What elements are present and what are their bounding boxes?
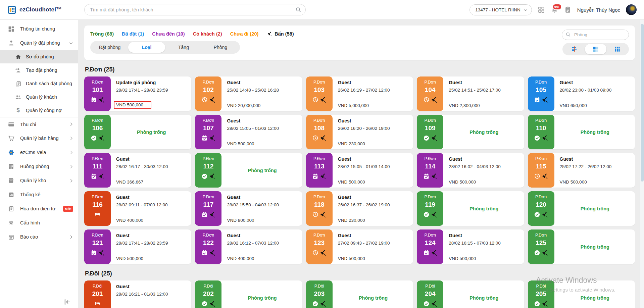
tasks-clipboard-icon[interactable] bbox=[564, 6, 572, 13]
sidebar-item-label: Buồng phòng bbox=[20, 164, 49, 169]
sidebar-item-quan-ly-dat-phong[interactable]: Quản lý đặt phòng bbox=[0, 36, 78, 50]
booking-search-input[interactable] bbox=[84, 4, 306, 15]
room-card-118[interactable]: P.Đơn 118 bbox=[306, 191, 413, 226]
sidebar-item-quan-ly-cong-no[interactable]: $ Quản lý công nợ bbox=[0, 104, 78, 117]
filter-trong[interactable]: Trống (68) bbox=[90, 31, 114, 37]
sidebar-item-thong-tin-chung[interactable]: Thông tin chung bbox=[0, 22, 78, 36]
sidebar-item-label: Báo cáo bbox=[20, 234, 38, 240]
calendar-check-icon bbox=[201, 250, 208, 256]
room-card-113[interactable]: P.Đơn 113 bbox=[306, 153, 413, 188]
booking-search[interactable] bbox=[84, 4, 306, 15]
calendar-check-icon bbox=[91, 250, 97, 256]
room-booking-info: Guest 28/02 15:05 - 01/03 14:00 VND 500,… bbox=[338, 156, 408, 185]
filter-panel-right bbox=[562, 30, 629, 55]
room-card-201[interactable]: P.Đôi 201 bbox=[84, 280, 191, 308]
grid-view-icon[interactable] bbox=[606, 44, 628, 54]
empty-room-label: Phòng trống bbox=[581, 206, 609, 211]
clock-history-icon bbox=[312, 97, 318, 103]
room-body: Update giá phòng 28/02 17:41 - 28/02 23:… bbox=[111, 76, 191, 111]
room-card-204[interactable]: P.Đôi 204 bbox=[417, 280, 524, 308]
room-card-103[interactable]: P.Đơn 103 bbox=[306, 76, 413, 111]
tab-phong[interactable]: Phòng bbox=[202, 42, 239, 53]
room-card-106[interactable]: P.Đơn 106 bbox=[84, 115, 191, 149]
room-card-203[interactable]: P.Đôi 203 bbox=[306, 280, 413, 308]
room-card-101[interactable]: P.Đơn 101 bbox=[84, 76, 191, 111]
apps-grid-icon[interactable] bbox=[538, 6, 545, 13]
filter-chua-den[interactable]: Chưa đến (10) bbox=[152, 31, 185, 37]
tab-tang[interactable]: Tầng bbox=[165, 42, 202, 53]
filter-ban[interactable]: Bẩn (58) bbox=[266, 31, 294, 37]
tab-loai[interactable]: Loại bbox=[128, 42, 165, 53]
room-number: 104 bbox=[425, 86, 436, 94]
sidebar: Thông tin chung Quản lý đặt phòng Sơ đồ … bbox=[0, 20, 78, 308]
filter-co-khach[interactable]: Có khách (2) bbox=[193, 31, 222, 37]
room-card-125[interactable]: P.Đơn 125 bbox=[528, 229, 635, 264]
room-card-105[interactable]: P.Đơn 105 bbox=[528, 76, 635, 111]
broom-icon bbox=[208, 134, 215, 142]
room-type-label: P.Đơn bbox=[313, 233, 325, 238]
room-card-110[interactable]: P.Đơn 110 bbox=[528, 115, 635, 149]
sidebar-item-quan-ly-ban-hang[interactable]: Quản lý bán hàng bbox=[0, 131, 78, 145]
room-card-122[interactable]: P.Đơn 122 bbox=[195, 229, 302, 264]
room-grid: P.Đơn 101 bbox=[84, 76, 635, 264]
topbar: ezCloudhotel™ 13477 - HOTEL RIINN 99+ bbox=[0, 0, 644, 20]
notifications-bell-icon[interactable]: 99+ bbox=[551, 6, 558, 14]
hotel-selector[interactable]: 13477 - HOTEL RIINN bbox=[469, 4, 532, 15]
sidebar-item-bao-cao[interactable]: Báo cáo bbox=[0, 230, 78, 244]
room-card-119[interactable]: P.Đơn 119 bbox=[417, 191, 524, 226]
broom-icon bbox=[208, 249, 215, 256]
sidebar-item-tao-dat-phong[interactable]: Tạo đặt phòng bbox=[0, 63, 78, 77]
room-card-120[interactable]: P.Đơn 120 bbox=[528, 191, 635, 226]
filter-da-dat[interactable]: Đã đặt (1) bbox=[122, 31, 144, 37]
tab-dat-phong[interactable]: Đặt phòng bbox=[91, 42, 128, 53]
sidebar-item-cau-hinh[interactable]: Cấu hình bbox=[0, 216, 78, 230]
sidebar-item-hoa-don-dien-tu[interactable]: Hóa đơn điện tử MỚI bbox=[0, 202, 78, 216]
sidebar-item-ezcms-vela[interactable]: ezCms Vela bbox=[0, 145, 78, 159]
room-card-104[interactable]: P.Đơn 104 bbox=[417, 76, 524, 111]
booking-dates: 25/02 14:48 - 25/02 16:28 bbox=[227, 88, 297, 93]
sidebar-item-label: Tạo đặt phòng bbox=[26, 67, 57, 73]
empty-room-label: Phòng trống bbox=[248, 295, 277, 301]
sidebar-item-danh-sach-dat-phong[interactable]: Danh sách đặt phòng bbox=[0, 77, 78, 90]
room-card-202[interactable]: P.Đôi 202 bbox=[195, 280, 302, 308]
room-search-input[interactable] bbox=[562, 30, 629, 40]
room-card-111[interactable]: P.Đơn 111 bbox=[84, 153, 191, 188]
people-icon bbox=[15, 93, 21, 101]
room-body: Phòng trống bbox=[554, 191, 635, 226]
sidebar-collapse-icon[interactable] bbox=[64, 299, 71, 305]
tune-filter-icon[interactable] bbox=[563, 44, 585, 54]
clock-history-icon bbox=[423, 97, 430, 103]
room-card-205[interactable]: P.Đôi 205 bbox=[528, 280, 635, 308]
sidebar-item-quan-ly-kho[interactable]: Quản lý kho bbox=[0, 173, 78, 188]
sidebar-item-thong-ke[interactable]: Thống kê bbox=[0, 188, 78, 202]
broom-icon bbox=[319, 134, 326, 142]
sidebar-item-buong-phong[interactable]: Buồng phòng bbox=[0, 159, 78, 173]
room-card-123[interactable]: P.Đơn 123 bbox=[306, 229, 413, 264]
split-view-icon[interactable] bbox=[585, 44, 606, 54]
vertical-scrollbar[interactable] bbox=[640, 20, 644, 308]
scrollbar-thumb[interactable] bbox=[641, 24, 644, 182]
user-avatar[interactable] bbox=[626, 4, 637, 15]
store-icon bbox=[7, 176, 15, 185]
room-card-108[interactable]: P.Đơn 108 bbox=[306, 115, 413, 149]
room-card-102[interactable]: P.Đơn 102 bbox=[195, 76, 302, 111]
filter-chua-di[interactable]: Chưa đi (20) bbox=[230, 31, 259, 37]
room-card-112[interactable]: P.Đơn 112 bbox=[195, 153, 302, 188]
booking-price: VND 500,000 bbox=[116, 256, 143, 261]
sidebar-item-quan-ly-khach[interactable]: Quản lý khách bbox=[0, 90, 78, 104]
room-card-115[interactable]: P.Đơn 115 bbox=[528, 153, 635, 188]
sidebar-item-so-do-phong[interactable]: Sơ đồ phòng bbox=[0, 50, 78, 63]
room-card-124[interactable]: P.Đơn 124 bbox=[417, 229, 524, 264]
room-card-107[interactable]: P.Đơn 107 bbox=[195, 115, 302, 149]
room-body: Phòng trống bbox=[221, 153, 302, 188]
room-number: 110 bbox=[536, 124, 546, 132]
room-card-109[interactable]: P.Đơn 109 bbox=[417, 115, 524, 149]
room-card-117[interactable]: P.Đơn 117 bbox=[195, 191, 302, 226]
guest-title: Guest bbox=[227, 195, 297, 200]
room-card-121[interactable]: P.Đơn 121 bbox=[84, 229, 191, 264]
sidebar-item-thu-chi[interactable]: Thu chi bbox=[0, 117, 78, 131]
room-search[interactable] bbox=[562, 30, 629, 40]
room-status-block: P.Đơn 103 bbox=[306, 76, 333, 111]
room-card-114[interactable]: P.Đơn 114 bbox=[417, 153, 524, 188]
room-card-116[interactable]: P.Đơn 116 bbox=[84, 191, 191, 226]
